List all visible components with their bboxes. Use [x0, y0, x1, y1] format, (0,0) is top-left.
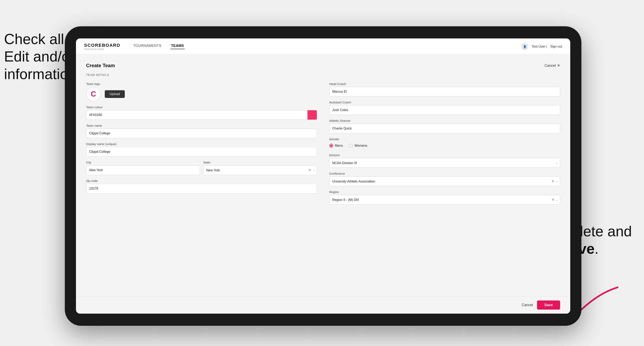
color-field-wrapper: [86, 110, 317, 120]
team-name-field: Team name: [86, 124, 317, 138]
division-field: Division NCAA Division III ⌄: [329, 153, 560, 168]
form-footer: Cancel Save: [76, 296, 570, 314]
team-logo-label: Team logo: [86, 82, 317, 86]
logo-area: C Upload: [86, 87, 317, 101]
zipcode-label: Zip code: [86, 179, 317, 182]
main-content: Create Team Cancel ✕ TEAM DETAILS Team l…: [76, 55, 570, 296]
state-select-wrapper: New York ✕ ⌄: [203, 165, 317, 175]
athletic-director-field: Athletic Director: [329, 119, 560, 133]
form-columns: Team logo C Upload Team colour: [86, 82, 560, 204]
division-select-wrapper: NCAA Division III ⌄: [329, 158, 560, 168]
nav-teams[interactable]: TEAMS: [170, 44, 185, 49]
gender-mens-option[interactable]: Mens: [329, 144, 343, 148]
team-logo-circle: C: [86, 87, 101, 101]
team-logo-field: Team logo C Upload: [86, 82, 317, 101]
user-avatar: 👤: [521, 43, 528, 50]
athletic-director-input[interactable]: [329, 124, 560, 133]
app-logo: SCOREBOARD Powered by clippd: [84, 43, 120, 50]
region-select-wrapper: Region II - (M) DIII ✕ ⌄: [329, 195, 560, 204]
conference-field: Conference University Athletic Associati…: [329, 172, 560, 186]
cancel-x-button[interactable]: Cancel ✕: [544, 63, 560, 68]
nav-right: 👤 Test User | Sign out: [521, 43, 562, 50]
region-clear-icon[interactable]: ✕: [552, 197, 554, 202]
gender-label: Gender: [329, 137, 560, 141]
tablet-frame: SCOREBOARD Powered by clippd TOURNAMENTS…: [65, 26, 582, 326]
gender-womens-radio[interactable]: [349, 144, 353, 148]
form-header: Create Team Cancel ✕: [86, 63, 560, 68]
division-select[interactable]: NCAA Division III: [329, 158, 560, 168]
user-text: Test User |: [532, 45, 547, 48]
zipcode-field: Zip code: [86, 179, 317, 193]
conference-select[interactable]: University Athletic Association: [329, 176, 560, 186]
nav-links: TOURNAMENTS TEAMS: [132, 44, 521, 49]
upload-button[interactable]: Upload: [105, 90, 125, 98]
tablet-screen: SCOREBOARD Powered by clippd TOURNAMENTS…: [76, 38, 570, 314]
head-coach-label: Head Coach: [329, 82, 560, 86]
assistant-coach-label: Assistant Coach: [329, 101, 560, 104]
footer-cancel-button[interactable]: Cancel: [522, 303, 533, 307]
assistant-coach-input[interactable]: [329, 105, 560, 115]
display-name-field: Display name (unique): [86, 142, 317, 157]
state-label: State: [203, 161, 317, 164]
gender-field: Gender Mens Womens: [329, 137, 560, 149]
assistant-coach-field: Assistant Coach: [329, 101, 560, 115]
city-state-row: City State New York ✕ ⌄: [86, 161, 317, 175]
display-name-label: Display name (unique): [86, 142, 317, 146]
region-label: Region: [329, 190, 560, 194]
gender-radio-group: Mens Womens: [329, 142, 560, 149]
footer-save-button[interactable]: Save: [537, 301, 560, 310]
display-name-input[interactable]: [86, 147, 317, 157]
state-clear-icon[interactable]: ✕: [308, 168, 311, 173]
state-select[interactable]: New York: [203, 165, 317, 175]
conference-clear-icon[interactable]: ✕: [552, 179, 554, 183]
nav-tournaments[interactable]: TOURNAMENTS: [132, 44, 162, 49]
form-right: Head Coach Assistant Coach Athletic Dire…: [329, 82, 560, 204]
conference-select-wrapper: University Athletic Association ✕ ⌄: [329, 176, 560, 186]
logo-title: SCOREBOARD: [84, 43, 120, 48]
team-name-input[interactable]: [86, 129, 317, 138]
city-label: City: [86, 161, 200, 164]
team-colour-input[interactable]: [86, 110, 307, 120]
gender-mens-radio[interactable]: [329, 144, 333, 148]
signout-link[interactable]: Sign out: [550, 45, 562, 48]
team-name-label: Team name: [86, 124, 317, 127]
navbar: SCOREBOARD Powered by clippd TOURNAMENTS…: [76, 38, 570, 55]
division-label: Division: [329, 153, 560, 157]
form-title: Create Team: [86, 63, 115, 68]
logo-subtitle: Powered by clippd: [84, 48, 120, 50]
team-colour-label: Team colour: [86, 105, 317, 109]
zipcode-input[interactable]: [86, 184, 317, 193]
head-coach-field: Head Coach: [329, 82, 560, 97]
gender-womens-option[interactable]: Womens: [349, 144, 367, 148]
conference-label: Conference: [329, 172, 560, 175]
head-coach-input[interactable]: [329, 87, 560, 97]
color-swatch[interactable]: [307, 110, 317, 120]
state-field: State New York ✕ ⌄: [203, 161, 317, 175]
team-colour-field: Team colour: [86, 105, 317, 120]
city-input[interactable]: [86, 165, 200, 175]
section-label: TEAM DETAILS: [86, 73, 560, 76]
region-select[interactable]: Region II - (M) DIII: [329, 195, 560, 204]
region-field: Region Region II - (M) DIII ✕ ⌄: [329, 190, 560, 204]
form-left: Team logo C Upload Team colour: [86, 82, 317, 204]
city-field: City: [86, 161, 200, 175]
athletic-director-label: Athletic Director: [329, 119, 560, 122]
